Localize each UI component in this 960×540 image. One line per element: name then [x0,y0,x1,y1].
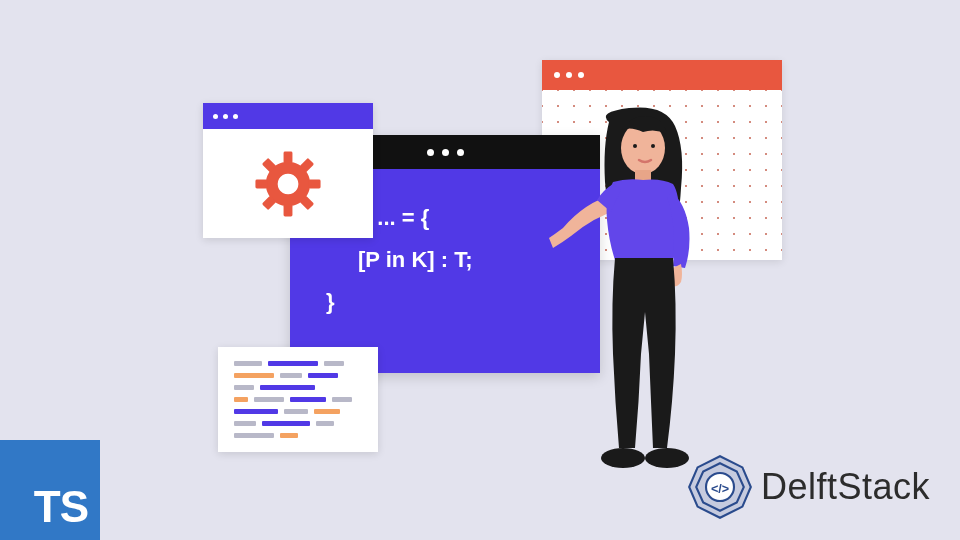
typescript-logo-text: TS [34,482,88,532]
snippet-line [234,397,362,402]
gear-body [203,129,373,238]
svg-text:</>: </> [711,482,729,496]
svg-rect-0 [284,151,293,163]
code-line: } [326,281,564,323]
snippet-line [234,409,362,414]
window-control-dot [427,149,434,156]
snippet-line [234,373,362,378]
svg-point-12 [601,448,645,468]
code-line: [P in K] : T; [326,239,564,281]
window-control-dot [457,149,464,156]
delftstack-logo-text: DelftStack [761,466,930,508]
gear-icon [251,147,325,221]
snippet-window [218,347,378,452]
svg-point-10 [651,144,655,148]
woman-illustration [545,102,733,480]
delftstack-logo: </> DelftStack [685,452,930,522]
window-control-dot [554,72,560,78]
window-control-dot [233,114,238,119]
snippet-line [234,361,362,366]
window-control-dot [223,114,228,119]
snippet-line [234,385,362,390]
svg-rect-3 [309,179,321,188]
svg-rect-1 [284,204,293,216]
svg-rect-2 [255,179,267,188]
window-control-dot [213,114,218,119]
snippet-line [234,421,362,426]
gear-window-header [203,103,373,129]
typescript-logo: TS [0,440,100,540]
background-window-header [542,60,782,90]
delftstack-emblem-icon: </> [685,452,755,522]
window-control-dot [578,72,584,78]
svg-point-13 [645,448,689,468]
svg-point-9 [633,144,637,148]
window-control-dot [442,149,449,156]
snippet-line [234,433,362,438]
gear-window [203,103,373,238]
window-control-dot [566,72,572,78]
